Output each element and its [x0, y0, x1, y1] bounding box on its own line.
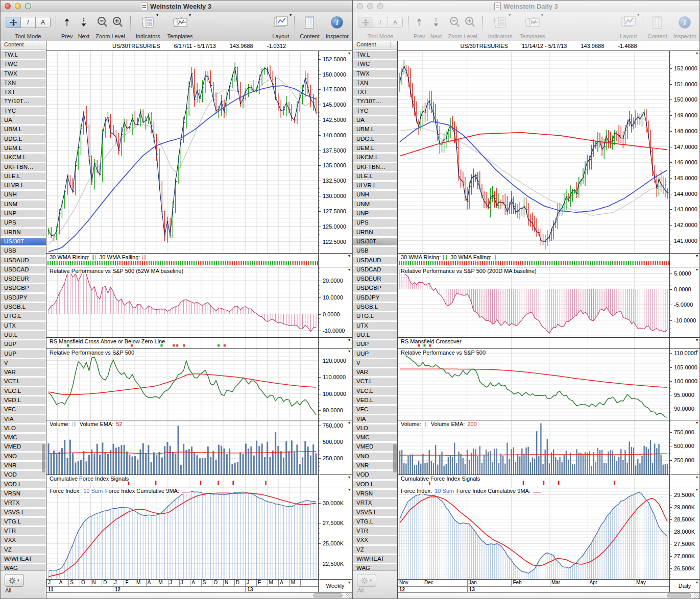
- panel-collapse-caret-icon[interactable]: ▾: [348, 421, 350, 425]
- hscroll-thumb[interactable]: [667, 593, 691, 597]
- indicators-button[interactable]: ▼ Indicators: [488, 15, 513, 39]
- tool-line-button[interactable]: /: [20, 17, 35, 28]
- sidebar-item-ulvrl[interactable]: ULVR.L: [1, 182, 46, 189]
- sidebar-item-unm[interactable]: UNM: [353, 201, 397, 208]
- sidebar-item-vrsn[interactable]: VRSN: [1, 490, 46, 497]
- sidebar-item-vtgl[interactable]: VTG.L: [353, 518, 397, 526]
- sidebar-item-txn[interactable]: TXN: [1, 79, 46, 87]
- sidebar-item-unm[interactable]: UNM: [1, 201, 46, 208]
- sidebar-item-ukcml[interactable]: UKCM.L: [1, 154, 46, 161]
- sidebar-item-twc[interactable]: TWC: [353, 60, 397, 68]
- prev-button[interactable]: Prev: [414, 15, 425, 39]
- sidebar-item-txn[interactable]: TXN: [353, 79, 397, 87]
- sidebar-item-usdaud[interactable]: USDAUD: [1, 257, 46, 264]
- sidebar-item-vmed[interactable]: VMED: [353, 443, 397, 451]
- sidebar-item-unh[interactable]: UNH: [353, 191, 397, 198]
- sidebar-item-usdeur[interactable]: USDEUR: [1, 275, 46, 283]
- sidebar-item-usdjpy[interactable]: USDJPY: [353, 294, 397, 302]
- sidebar-item-utx[interactable]: UTX: [353, 322, 397, 330]
- sidebar-item-utgl[interactable]: UTG.L: [1, 312, 46, 320]
- sidebar-item-vedl[interactable]: VED.L: [353, 396, 397, 404]
- sidebar-item-vfc[interactable]: VFC: [1, 406, 46, 413]
- sidebar-item-twl[interactable]: TW.L: [353, 51, 397, 59]
- sidebar-item-wwheat[interactable]: W/WHEAT: [1, 555, 46, 563]
- panel-collapse-caret-icon[interactable]: ▾: [696, 268, 698, 272]
- sidebar-item-usgbl[interactable]: USGB.L: [353, 303, 397, 311]
- sidebar-item-vod[interactable]: VOD: [1, 471, 46, 479]
- sidebar-item-vnr[interactable]: VNR: [1, 462, 46, 469]
- sidebar-item-ulel[interactable]: ULE.L: [1, 172, 46, 180]
- sidebar-item-vno[interactable]: VNO: [353, 453, 397, 460]
- sidebar-item-us30t[interactable]: US/30T…: [353, 238, 397, 245]
- sidebar-header[interactable]: Content: [353, 41, 397, 49]
- sidebar-item-ukftbn[interactable]: UKFTBN…: [1, 163, 46, 171]
- sidebar-item-vlo[interactable]: VLO: [1, 425, 46, 432]
- panel-collapse-caret-icon[interactable]: ▾: [348, 476, 350, 480]
- sidebar-item-vodl[interactable]: VOD.L: [353, 481, 397, 488]
- zoom-button[interactable]: [25, 3, 31, 9]
- sidebar-item-usdgbp[interactable]: USDGBP: [353, 284, 397, 292]
- panel-collapse-caret-icon[interactable]: ▾: [348, 338, 350, 342]
- resize-grip[interactable]: [694, 593, 699, 598]
- sidebar-item-vrtx[interactable]: VRTX: [1, 499, 46, 507]
- filter-all-label[interactable]: All: [357, 587, 397, 593]
- sidebar-item-ukftbn[interactable]: UKFTBN…: [353, 163, 397, 171]
- sidebar-item-ueml[interactable]: UEM.L: [353, 144, 397, 152]
- sidebar-scrollbar-thumb[interactable]: [42, 444, 45, 472]
- prev-button[interactable]: Prev: [61, 15, 73, 39]
- close-button[interactable]: [5, 3, 11, 9]
- sidebar-item-vrtx[interactable]: VRTX: [353, 499, 397, 507]
- sidebar-header[interactable]: Content: [1, 41, 46, 49]
- sidebar-item-vtr[interactable]: VTR: [353, 527, 397, 535]
- sidebar-item-vrsn[interactable]: VRSN: [353, 490, 397, 497]
- horizontal-scrollbar[interactable]: [398, 592, 699, 598]
- panel-collapse-caret-icon[interactable]: ▾: [348, 488, 350, 492]
- sidebar-item-var[interactable]: VAR: [1, 368, 46, 376]
- sidebar-item-vmed[interactable]: VMED: [1, 443, 46, 451]
- sidebar-item-txt[interactable]: TXT: [353, 88, 397, 96]
- filter-all-label[interactable]: All: [5, 587, 46, 593]
- sidebar-item-via[interactable]: VIA: [1, 415, 46, 423]
- hscroll-thumb[interactable]: [313, 593, 343, 597]
- sidebar-item-txt[interactable]: TXT: [1, 88, 46, 96]
- panel-collapse-caret-icon[interactable]: ▾: [696, 254, 698, 258]
- sidebar-item-vecl[interactable]: VEC.L: [1, 387, 46, 395]
- sidebar-item-vxx[interactable]: VXX: [1, 536, 46, 544]
- sidebar-item-ukcml[interactable]: UKCM.L: [353, 154, 397, 161]
- sidebar-item-usdjpy[interactable]: USDJPY: [1, 294, 46, 302]
- sidebar-item-ua[interactable]: UA: [1, 116, 46, 124]
- panel-collapse-caret-icon[interactable]: ▾: [696, 52, 698, 56]
- sidebar-item-urbn[interactable]: URBN: [353, 229, 397, 236]
- sidebar-item-usb[interactable]: USB: [1, 247, 46, 255]
- sidebar-item-twl[interactable]: TW.L: [1, 51, 46, 59]
- sidebar-item-uup[interactable]: UUP: [1, 350, 46, 358]
- sidebar-item-vctl[interactable]: VCT.L: [353, 378, 397, 385]
- action-gear-button[interactable]: ▼: [357, 574, 376, 587]
- sidebar-item-unp[interactable]: UNP: [1, 210, 46, 217]
- sidebar-item-vecl[interactable]: VEC.L: [353, 387, 397, 395]
- panel-collapse-caret-icon[interactable]: ▾: [348, 52, 350, 56]
- title-bar[interactable]: Weinstein Daily 3: [353, 1, 699, 12]
- sidebar-item-uup[interactable]: UUP: [353, 350, 397, 358]
- zoom-in-icon[interactable]: [112, 16, 124, 29]
- tool-crosshair-button[interactable]: [358, 17, 373, 28]
- sidebar-item-via[interactable]: VIA: [353, 415, 397, 423]
- panel-collapse-caret-icon[interactable]: ▾: [696, 350, 698, 354]
- sidebar-item-us30t[interactable]: US/30T…: [1, 238, 46, 245]
- sidebar-item-ups[interactable]: UPS: [353, 219, 397, 227]
- panel-collapse-caret-icon[interactable]: ▾: [696, 421, 698, 425]
- content-button[interactable]: Content: [300, 15, 320, 39]
- sidebar-item-udgl[interactable]: UDG.L: [1, 135, 46, 143]
- next-button[interactable]: Next: [78, 15, 90, 39]
- tool-text-button[interactable]: A: [388, 17, 402, 28]
- inspector-button[interactable]: i Inspector: [326, 15, 349, 39]
- sidebar-item-uup[interactable]: UUP: [1, 340, 46, 348]
- sidebar-item-usdeur[interactable]: USDEUR: [353, 275, 397, 283]
- sidebar-item-vodl[interactable]: VOD.L: [1, 481, 46, 488]
- sidebar-item-vxx[interactable]: VXX: [353, 536, 397, 544]
- periodicity-selector[interactable]: Daily ▾: [669, 580, 699, 592]
- sidebar-item-vedl[interactable]: VED.L: [1, 396, 46, 404]
- sidebar-item-usb[interactable]: USB: [353, 247, 397, 255]
- tool-text-button[interactable]: A: [35, 17, 50, 28]
- title-bar[interactable]: Weinstein Weekly 3: [1, 1, 352, 12]
